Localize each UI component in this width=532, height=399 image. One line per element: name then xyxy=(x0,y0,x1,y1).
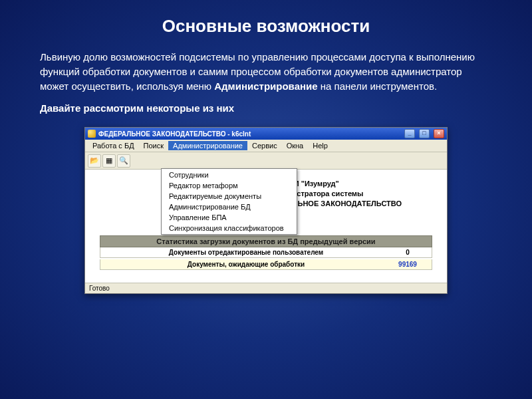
dropdown-item-sinhronizaciya[interactable]: Синхронизация классификаторов xyxy=(162,223,296,233)
toolbar: 📂 ▦ 🔍 xyxy=(85,152,447,170)
stats-row-value[interactable]: 99169 xyxy=(388,261,428,268)
stats-row-label: Документы, ожидающие обработки xyxy=(104,261,388,268)
menubar: Работа с БД Поиск Администрирование Серв… xyxy=(85,140,447,152)
dropdown-item-redaktor-metaform[interactable]: Редактор метаформ xyxy=(162,180,296,191)
slide-paragraph-post: на панели инструментов. xyxy=(318,80,438,92)
stats-row-pending: Документы, ожидающие обработки 99169 xyxy=(100,259,432,270)
dropdown-item-redaktiruemye-dokumenty[interactable]: Редактируемые документы xyxy=(162,191,296,201)
close-button[interactable]: × xyxy=(434,129,444,138)
app-icon xyxy=(88,130,96,138)
menu-poisk[interactable]: Поиск xyxy=(139,141,168,150)
statusbar: Готово xyxy=(85,283,447,293)
dropdown-item-administrirovanie-bd[interactable]: Администрирование БД xyxy=(162,201,296,212)
minimize-button[interactable]: _ xyxy=(404,129,415,138)
admin-dropdown-menu: Сотрудники Редактор метаформ Редактируем… xyxy=(161,168,297,235)
menu-rabota-s-bd[interactable]: Работа с БД xyxy=(88,141,139,150)
slide-paragraph-2: Давайте рассмотрим некоторые из них xyxy=(0,100,532,123)
search-icon: 🔍 xyxy=(119,156,128,165)
slide-menu-name: Администрирование xyxy=(214,80,317,92)
stats-row-edited: Документы отредактированые пользователем… xyxy=(100,247,432,258)
menu-help[interactable]: Help xyxy=(308,141,332,150)
maximize-button[interactable]: □ xyxy=(419,129,430,138)
toolbar-button-1[interactable]: 📂 xyxy=(88,154,101,168)
document-icon: ▦ xyxy=(106,156,112,165)
folder-icon: 📂 xyxy=(90,156,99,165)
menu-administrirovanie[interactable]: Администрирование xyxy=(168,141,247,150)
app-window: ФЕДЕРАЛЬНОЕ ЗАКОНОДАТЕЛЬСТВО - k6clnt _ … xyxy=(84,127,448,294)
toolbar-button-3[interactable]: 🔍 xyxy=(117,154,130,168)
toolbar-button-2[interactable]: ▦ xyxy=(102,154,116,168)
slide-title: Основные возможности xyxy=(0,0,532,37)
dropdown-item-sotrudniki[interactable]: Сотрудники xyxy=(162,170,296,180)
window-titlebar: ФЕДЕРАЛЬНОЕ ЗАКОНОДАТЕЛЬСТВО - k6clnt _ … xyxy=(85,128,447,140)
menu-servis[interactable]: Сервис xyxy=(247,141,282,150)
window-title: ФЕДЕРАЛЬНОЕ ЗАКОНОДАТЕЛЬСТВО - k6clnt xyxy=(98,130,251,138)
slide-paragraph: Львиную долю возможностей подсистемы по … xyxy=(0,37,532,100)
stats-row-label: Документы отредактированые пользователем xyxy=(104,249,388,256)
content-area: Сотрудники Редактор метаформ Редактируем… xyxy=(85,170,447,283)
stats-header: Статистика загрузки документов из БД пре… xyxy=(100,235,432,247)
dropdown-item-upravlenie-bpa[interactable]: Управление БПА xyxy=(162,212,296,223)
stats-row-value: 0 xyxy=(388,249,428,256)
menu-okna[interactable]: Окна xyxy=(282,141,309,150)
